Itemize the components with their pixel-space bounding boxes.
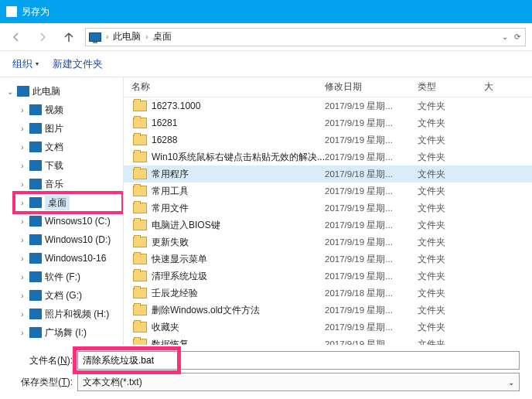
file-date: 2017/9/19 星期...	[325, 254, 418, 265]
tree-item[interactable]: ›文档 (G:)	[3, 286, 123, 305]
tree-item[interactable]: ›广场舞 (I:)	[3, 323, 123, 342]
list-row[interactable]: 更新失败2017/9/19 星期...文件夹	[124, 234, 532, 251]
chevron-down-icon[interactable]: ⌄	[502, 32, 508, 41]
col-type[interactable]: 类型	[418, 80, 479, 94]
list-row[interactable]: 16273.10002017/9/19 星期...文件夹	[124, 97, 532, 114]
list-row[interactable]: 数据恢复2017/9/19 星期...文件夹	[124, 336, 532, 345]
list-body[interactable]: 16273.10002017/9/19 星期...文件夹162812017/9/…	[124, 97, 532, 345]
list-row[interactable]: 常用工具2017/9/19 星期...文件夹	[124, 182, 532, 200]
tree-label: 此电脑	[32, 85, 60, 98]
file-name: 更新失败	[152, 236, 325, 249]
lib-icon	[29, 142, 42, 152]
file-type: 文件夹	[418, 151, 479, 164]
refresh-icon[interactable]: ⟳	[514, 32, 520, 41]
tree-item[interactable]: ›文档	[3, 138, 123, 156]
col-date[interactable]: 修改日期	[325, 80, 418, 94]
file-type: 文件夹	[418, 321, 479, 334]
list-row[interactable]: 162812017/9/19 星期...文件夹	[124, 114, 532, 131]
savetype-select[interactable]: 文本文档(*.txt) ⌄	[77, 373, 520, 391]
twist-icon[interactable]: ›	[19, 254, 26, 263]
folder-icon	[133, 101, 147, 111]
twist-icon[interactable]: ›	[19, 329, 26, 337]
list-header[interactable]: 名称 修改日期 类型 大	[124, 77, 532, 97]
col-size[interactable]: 大	[479, 80, 532, 94]
filename-input[interactable]	[77, 351, 520, 370]
twist-icon[interactable]: ⌄	[6, 87, 14, 96]
twist-icon[interactable]: ›	[19, 162, 26, 170]
tree-item[interactable]: ›软件 (F:)	[3, 268, 123, 286]
tree-item[interactable]: ›视频	[3, 101, 123, 119]
folder-icon	[133, 169, 147, 179]
file-type: 文件夹	[418, 236, 479, 249]
folder-icon	[133, 220, 147, 230]
twist-icon[interactable]: ›	[19, 217, 26, 226]
new-folder-button[interactable]: 新建文件夹	[53, 57, 103, 71]
list-row[interactable]: Win10系统鼠标右键点击粘贴无效的解决...2017/9/19 星期...文件…	[124, 148, 532, 165]
forward-button[interactable]	[32, 27, 53, 47]
file-type: 文件夹	[418, 304, 479, 317]
breadcrumb-item[interactable]: 桌面	[153, 30, 172, 43]
back-button[interactable]	[6, 27, 26, 47]
tree-item[interactable]: ›桌面	[3, 193, 123, 212]
list-row[interactable]: 壬辰龙经验2017/9/18 星期...文件夹	[124, 285, 532, 302]
file-name: 常用工具	[152, 185, 325, 198]
tree-label: Winsows10 (C:)	[45, 216, 111, 227]
twist-icon[interactable]: ›	[19, 180, 26, 189]
list-row[interactable]: 快速显示菜单2017/9/19 星期...文件夹	[124, 251, 532, 268]
tree-label: 图片	[45, 122, 63, 135]
tree-item[interactable]: ›Windows10-16	[3, 249, 123, 268]
col-name[interactable]: 名称	[124, 80, 325, 94]
file-date: 2017/9/18 星期...	[325, 288, 418, 299]
twist-icon[interactable]: ›	[19, 143, 26, 152]
list-row[interactable]: 清理系统垃圾2017/9/19 星期...文件夹	[124, 268, 532, 285]
twist-icon[interactable]: ›	[19, 273, 26, 281]
arrow-right-icon	[36, 31, 49, 43]
organize-label: 组织	[12, 57, 32, 71]
file-name: 16273.1000	[152, 101, 325, 111]
app-icon	[6, 6, 17, 17]
twist-icon[interactable]: ›	[19, 106, 26, 114]
breadcrumb-item[interactable]: 此电脑	[113, 30, 141, 43]
chevron-right-icon: ›	[106, 32, 108, 41]
file-type: 文件夹	[418, 168, 479, 181]
list-row[interactable]: 删除Windows.old文件方法2017/9/19 星期...文件夹	[124, 302, 532, 319]
twist-icon[interactable]: ›	[19, 199, 26, 207]
list-row[interactable]: 162882017/9/19 星期...文件夹	[124, 131, 532, 148]
savetype-label: 保存类型(T):	[12, 376, 73, 389]
list-row[interactable]: 常用文件2017/9/19 星期...文件夹	[124, 200, 532, 217]
list-row[interactable]: 收藏夹2017/9/19 星期...文件夹	[124, 319, 532, 336]
list-row[interactable]: 常用程序2017/9/18 星期...文件夹	[124, 165, 532, 182]
folder-icon	[133, 288, 147, 298]
file-name: 16281	[152, 118, 325, 128]
tree-item[interactable]: ›Windows10 (D:)	[3, 230, 123, 249]
folder-icon	[133, 305, 147, 315]
address-bar[interactable]: › 此电脑 › 桌面 ⌄ ⟳	[85, 28, 526, 46]
tree-item[interactable]: ›照片和视频 (H:)	[3, 305, 123, 323]
command-bar: 组织 ▾ 新建文件夹	[0, 51, 532, 77]
twist-icon[interactable]: ›	[19, 310, 26, 319]
file-name: 删除Windows.old文件方法	[152, 304, 325, 317]
tree-item[interactable]: ›Winsows10 (C:)	[3, 212, 123, 230]
file-date: 2017/9/19 星期...	[325, 322, 418, 333]
tree-label: 照片和视频 (H:)	[45, 308, 109, 321]
file-name: 壬辰龙经验	[152, 287, 325, 300]
organize-menu[interactable]: 组织 ▾	[12, 57, 39, 71]
file-name: 电脑进入BIOS键	[152, 219, 325, 232]
pc-icon	[17, 86, 29, 97]
chevron-down-icon: ⌄	[508, 378, 514, 387]
tree-item[interactable]: ›音乐	[3, 175, 123, 193]
tree-item[interactable]: ›下载	[3, 156, 123, 175]
up-button[interactable]	[59, 27, 79, 47]
file-type: 文件夹	[418, 287, 479, 300]
file-date: 2017/9/19 星期...	[325, 305, 418, 316]
tree-item[interactable]: ›图片	[3, 119, 123, 138]
twist-icon[interactable]: ›	[19, 124, 26, 133]
twist-icon[interactable]: ›	[19, 236, 26, 244]
tree-item[interactable]: ⌄此电脑	[3, 82, 123, 101]
file-name: 收藏夹	[152, 321, 325, 334]
twist-icon[interactable]: ›	[19, 292, 26, 300]
folder-tree[interactable]: ⌄此电脑›视频›图片›文档›下载›音乐›桌面›Winsows10 (C:)›Wi…	[0, 77, 124, 345]
lib-icon	[29, 123, 42, 134]
list-row[interactable]: 电脑进入BIOS键2017/9/19 星期...文件夹	[124, 217, 532, 234]
file-date: 2017/9/19 星期...	[325, 101, 418, 112]
